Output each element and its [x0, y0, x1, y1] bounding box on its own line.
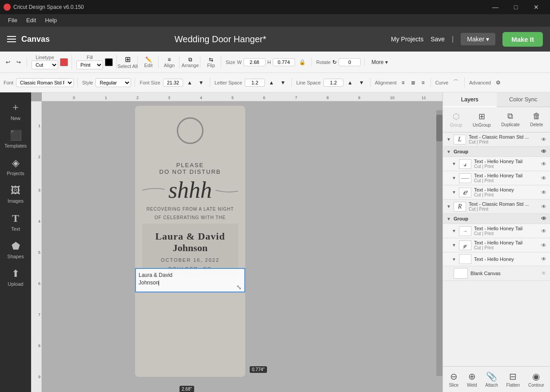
linetype-select[interactable]: Cut: [32, 60, 58, 69]
attach-label: Attach: [485, 383, 498, 388]
door-hanger-card[interactable]: PLEASE DO NOT DISTURB shhh RECOVERING FR…: [135, 106, 245, 377]
linetype-color-swatch[interactable]: [60, 58, 68, 66]
sidebar-item-text[interactable]: T Text: [0, 208, 31, 236]
linespace-down[interactable]: ▼: [357, 78, 367, 87]
group-action[interactable]: ⬡ Group: [447, 110, 465, 129]
visibility-toggle-cr2[interactable]: 👁: [541, 204, 546, 210]
visibility-toggle-hht1[interactable]: 👁: [541, 161, 546, 167]
menu-edit[interactable]: Edit: [22, 14, 40, 27]
fill-color-swatch[interactable]: [105, 58, 113, 66]
layer-name-hh2: Text - Hello Honey: [474, 256, 538, 262]
style-select[interactable]: Regular: [96, 78, 131, 87]
layer-hello-honey-2[interactable]: ▼ Text - Hello Honey 👁: [443, 252, 550, 266]
slice-action[interactable]: ⊖ Slice: [446, 369, 461, 389]
layer-hello-honey-1[interactable]: ▼ ℯ Text - Hello Honey Cut | Print 👁: [443, 185, 550, 200]
ungroup-action[interactable]: ⊞ UnGroup: [470, 110, 494, 129]
layer-group-2[interactable]: ▼ Group 👁: [443, 214, 550, 224]
hamburger-menu[interactable]: [7, 36, 16, 42]
menu-file[interactable]: File: [4, 14, 22, 27]
height-input[interactable]: [273, 58, 295, 66]
fontsize-down[interactable]: ▼: [196, 78, 206, 87]
weld-action[interactable]: ⊕ Weld: [464, 369, 480, 389]
fontsize-label: Font Size: [139, 80, 160, 85]
layer-classic-roman-1[interactable]: ▼ L Text - Classic Roman Std ... Cut | P…: [443, 132, 550, 147]
panel-tabs: Layers Color Sync: [443, 92, 550, 107]
chevron-down-icon: ▼: [452, 176, 456, 180]
tab-color-sync[interactable]: Color Sync: [497, 92, 550, 107]
canvas-area[interactable]: 0 1 2 3 4 5 6 7 8 9 10 11 1 2 3 4 5: [31, 92, 442, 392]
flatten-action[interactable]: ⊟ Flatten: [504, 369, 523, 389]
visibility-toggle-hh1[interactable]: 👁: [541, 189, 546, 196]
align-left-button[interactable]: ≡: [399, 78, 407, 87]
duplicate-action[interactable]: ⧉ Duplicate: [498, 110, 522, 129]
layer-preview-dash: ——: [459, 173, 471, 183]
group-icon: ⬡: [453, 112, 460, 121]
sidebar-item-templates[interactable]: ⬛ Templates: [0, 125, 31, 153]
undo-button[interactable]: ↩: [4, 58, 12, 67]
visibility-toggle-hht2[interactable]: 👁: [541, 175, 546, 181]
ungroup-label: UnGroup: [473, 123, 491, 128]
visibility-toggle-hht-cp[interactable]: 👁: [541, 228, 546, 234]
width-input[interactable]: [243, 58, 266, 66]
align-right-button[interactable]: ≡: [419, 78, 427, 87]
blank-canvas-visibility[interactable]: 👁: [541, 270, 546, 276]
letterspace-input[interactable]: [245, 79, 265, 87]
group-1-visibility[interactable]: 👁: [541, 148, 546, 155]
make-it-button[interactable]: Make It: [502, 32, 543, 47]
layer-hello-honey-tail-3[interactable]: ▼ ℊ Text - Hello Honey Tail Cut | Print …: [443, 238, 550, 252]
sidebar-item-projects[interactable]: ◈ Projects: [0, 153, 31, 180]
linespace-input[interactable]: [323, 79, 343, 87]
layer-hello-honey-tail-cut-print[interactable]: ▼ → Text - Hello Honey Tail Cut | Print …: [443, 224, 550, 238]
layer-hello-honey-tail-1[interactable]: ▼ 𝓈 Text - Hello Honey Tail Cut | Print …: [443, 157, 550, 171]
blank-canvas-preview: [454, 268, 468, 279]
sidebar-item-images[interactable]: 🖼 Images: [0, 180, 31, 208]
layer-group-1[interactable]: ▼ Group 👁: [443, 147, 550, 157]
letterspace-up[interactable]: ▲: [267, 78, 276, 87]
sidebar-item-shapes[interactable]: ⬟ Shapes: [0, 236, 31, 264]
arrange-button[interactable]: ⧉ Arrange: [184, 56, 196, 68]
rotate-input[interactable]: [339, 58, 361, 66]
letterspace-down[interactable]: ▼: [278, 78, 288, 87]
delete-action[interactable]: 🗑 Delete: [527, 110, 546, 129]
visibility-toggle-hht3[interactable]: 👁: [541, 242, 546, 248]
my-projects-link[interactable]: My Projects: [391, 36, 423, 43]
close-button[interactable]: ✕: [526, 0, 546, 14]
more-button[interactable]: More ▾: [369, 58, 390, 67]
layer-blank-canvas[interactable]: ▼ Blank Canvas 👁: [443, 266, 550, 281]
text-edit-overlay[interactable]: Laura & David Johnson ⤡: [135, 268, 245, 292]
canvas-content[interactable]: PLEASE DO NOT DISTURB shhh RECOVERING FR…: [42, 101, 442, 392]
align-center-button[interactable]: ≣: [409, 78, 418, 87]
align-button[interactable]: ≡ Align: [163, 56, 175, 68]
layer-hello-honey-tail-2[interactable]: ▼ —— Text - Hello Honey Tail Cut | Print…: [443, 171, 550, 185]
visibility-toggle-hh2[interactable]: 👁: [541, 256, 546, 262]
menu-help[interactable]: Help: [40, 14, 61, 27]
resize-handle[interactable]: ⤡: [236, 284, 243, 291]
group-2-visibility[interactable]: 👁: [541, 216, 546, 222]
minimize-button[interactable]: —: [485, 0, 506, 14]
layer-type-hht1: Cut | Print: [474, 164, 538, 169]
edit-button[interactable]: ✏️ Edit: [142, 56, 155, 68]
maximize-button[interactable]: □: [506, 0, 526, 14]
vertical-scrollbar[interactable]: [436, 110, 442, 376]
fontsize-input[interactable]: [163, 79, 183, 87]
select-all-button[interactable]: ⊞ Select All: [121, 56, 134, 68]
fill-select[interactable]: Print: [76, 60, 103, 69]
linespace-up[interactable]: ▲: [345, 78, 355, 87]
sidebar-item-upload[interactable]: ⬆ Upload: [0, 264, 31, 291]
layer-classic-roman-2[interactable]: ▼ R Text - Classic Roman Std ... Cut | P…: [443, 200, 550, 214]
sidebar-item-new[interactable]: ＋ New: [0, 96, 31, 125]
font-select[interactable]: Classic Roman Std Regul...: [16, 78, 74, 87]
lock-aspect-button[interactable]: 🔒: [297, 58, 308, 67]
redo-button[interactable]: ↪: [14, 58, 23, 67]
visibility-toggle-1[interactable]: 👁: [541, 136, 546, 143]
maker-selector[interactable]: Maker ▾: [461, 33, 495, 45]
contour-action[interactable]: ◉ Contour: [526, 369, 547, 389]
flip-button[interactable]: ⇆ Flip: [205, 56, 217, 68]
advanced-button[interactable]: ⚙: [494, 78, 503, 87]
tab-layers[interactable]: Layers: [443, 92, 497, 107]
curve-button[interactable]: ⌒: [451, 77, 461, 88]
scrollbar-thumb[interactable]: [436, 115, 442, 141]
attach-action[interactable]: 📎 Attach: [482, 369, 500, 389]
fontsize-up[interactable]: ▲: [185, 78, 195, 87]
save-button[interactable]: Save: [430, 36, 445, 43]
